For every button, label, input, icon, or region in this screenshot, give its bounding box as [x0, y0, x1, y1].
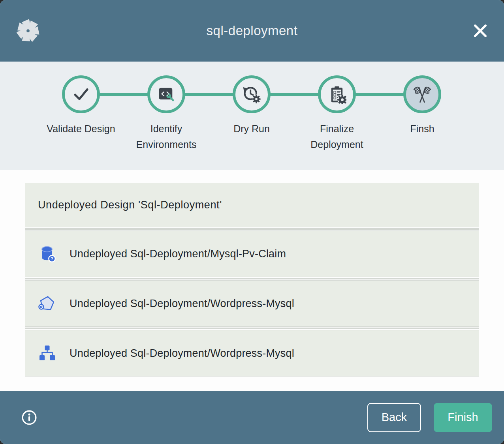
deployment-status-panel: Undeployed Design 'Sql-Deployment' ? Und… — [0, 170, 504, 391]
step-label: Identify Environments — [127, 121, 206, 152]
info-button[interactable] — [21, 409, 38, 426]
status-row-design: Undeployed Design 'Sql-Deployment' — [25, 183, 479, 227]
step-label: Dry Run — [233, 121, 270, 137]
step-identify-environments[interactable]: Identify Environments — [124, 75, 209, 152]
dry-run-icon — [242, 85, 261, 104]
row-divider — [25, 278, 479, 279]
stepper-section: Validate Design Identify Environments — [0, 62, 504, 170]
status-row-sitemap: Undeployed Sql-Deployment/Wordpress-Mysq… — [25, 330, 479, 377]
header-bar: sql-deployment — [0, 0, 504, 62]
svg-text:?: ? — [51, 256, 53, 261]
status-row-pod: Undeployed Sql-Deployment/Wordpress-Mysq… — [25, 280, 479, 327]
finish-button[interactable]: Finish — [434, 403, 492, 432]
step-circle — [147, 75, 185, 113]
database-icon: ? — [38, 245, 56, 263]
deployment-wizard-dialog: sql-deployment Validate Design — [0, 0, 504, 444]
code-wrench-icon — [157, 85, 176, 104]
step-circle — [62, 75, 100, 113]
status-text: Undeployed Sql-Deployment/Mysql-Pv-Claim — [70, 248, 286, 260]
info-icon — [21, 409, 38, 426]
checkered-flags-icon — [413, 85, 432, 104]
back-button[interactable]: Back — [367, 403, 421, 432]
step-circle — [233, 75, 271, 113]
status-text: Undeployed Sql-Deployment/Wordpress-Mysq… — [70, 298, 294, 310]
close-icon — [472, 22, 489, 39]
dialog-title: sql-deployment — [0, 23, 504, 38]
status-row-pv-claim: ? Undeployed Sql-Deployment/Mysql-Pv-Cla… — [25, 230, 479, 277]
clipboard-gear-icon — [327, 85, 346, 104]
close-button[interactable] — [470, 21, 491, 41]
step-validate-design[interactable]: Validate Design — [38, 75, 124, 152]
step-finish[interactable]: Finsh — [380, 75, 465, 152]
row-divider — [25, 328, 479, 329]
status-text: Undeployed Sql-Deployment/Wordpress-Mysq… — [70, 347, 294, 360]
step-finalize-deployment[interactable]: Finalize Deployment — [294, 75, 380, 152]
row-divider — [25, 228, 479, 230]
status-list: Undeployed Design 'Sql-Deployment' ? Und… — [25, 183, 479, 377]
step-label: Validate Design — [47, 121, 115, 137]
step-circle — [403, 75, 441, 113]
step-label: Finsh — [410, 121, 434, 137]
status-text: Undeployed Design 'Sql-Deployment' — [38, 199, 222, 211]
step-label: Finalize Deployment — [297, 121, 376, 152]
footer-bar: Back Finish — [0, 391, 504, 444]
sitemap-icon — [38, 344, 56, 362]
stepper: Validate Design Identify Environments — [38, 62, 465, 152]
step-circle — [318, 75, 356, 113]
step-dry-run[interactable]: Dry Run — [209, 75, 294, 152]
pod-icon — [38, 294, 56, 313]
check-icon — [71, 84, 91, 104]
